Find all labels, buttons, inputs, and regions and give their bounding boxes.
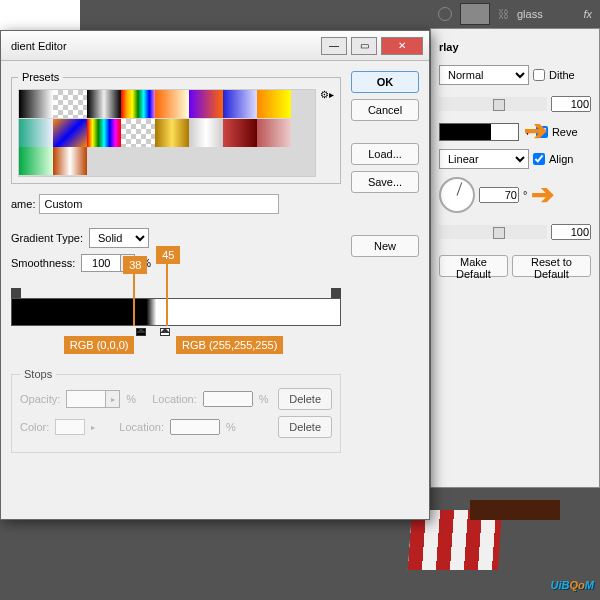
stops-group: Stops Opacity: ▸ % Location: % Delete Co… <box>11 368 341 453</box>
scale-slider[interactable] <box>439 225 547 239</box>
cancel-button[interactable]: Cancel <box>351 99 419 121</box>
layer-thumbnail[interactable] <box>460 3 490 25</box>
preset-swatch[interactable] <box>53 90 87 118</box>
ok-button[interactable]: OK <box>351 71 419 93</box>
presets-group: Presets ⚙▸ <box>11 71 341 184</box>
close-button[interactable]: ✕ <box>381 37 423 55</box>
preset-swatch[interactable] <box>19 90 53 118</box>
opacity-slider[interactable] <box>439 97 547 111</box>
name-label: ame: <box>11 198 35 210</box>
presets-list <box>18 89 316 177</box>
preset-swatch[interactable] <box>223 90 257 118</box>
panel-title: rlay <box>439 41 591 53</box>
color-stop-black[interactable] <box>136 328 146 340</box>
preset-swatch[interactable] <box>155 90 189 118</box>
preset-swatch[interactable] <box>19 119 53 147</box>
preset-swatch[interactable] <box>189 90 223 118</box>
new-button[interactable]: New <box>351 235 419 257</box>
presets-label: Presets <box>18 71 63 83</box>
preset-swatch[interactable] <box>19 147 53 175</box>
color-location-input <box>170 419 220 435</box>
annotation-arrow-icon: ➔ <box>524 117 547 145</box>
style-select[interactable]: Linear <box>439 149 529 169</box>
gradient-editor-dialog: dient Editor — ▭ ✕ Presets ⚙▸ ame: Gradi… <box>0 30 430 520</box>
annotation-arrow-icon: ➔ <box>531 181 554 209</box>
maximize-button[interactable]: ▭ <box>351 37 377 55</box>
preset-swatch[interactable] <box>257 90 291 118</box>
dither-label: Dithe <box>549 69 575 81</box>
preset-swatch[interactable] <box>257 119 291 147</box>
delete-opacity-stop-button: Delete <box>278 388 332 410</box>
layer-name[interactable]: glass <box>517 8 583 20</box>
color-swatch <box>55 419 85 435</box>
align-label: Align <box>549 153 573 165</box>
scale-input[interactable] <box>551 224 591 240</box>
name-input[interactable] <box>39 194 279 214</box>
background-artwork <box>470 500 560 520</box>
opacity-stop[interactable] <box>11 288 21 298</box>
angle-input[interactable] <box>479 187 519 203</box>
dither-checkbox[interactable] <box>533 69 545 81</box>
preset-swatch[interactable] <box>155 119 189 147</box>
blend-mode-select[interactable]: Normal <box>439 65 529 85</box>
preset-swatch[interactable] <box>53 147 87 175</box>
preset-swatch[interactable] <box>121 90 155 118</box>
delete-color-stop-button: Delete <box>278 416 332 438</box>
location-label: Location: <box>152 393 197 405</box>
angle-dial[interactable] <box>439 177 475 213</box>
visibility-icon[interactable] <box>438 7 452 21</box>
dialog-title: dient Editor <box>7 40 317 52</box>
link-icon[interactable]: ⛓ <box>498 8 509 20</box>
preset-swatch[interactable] <box>223 119 257 147</box>
gradient-type-label: Gradient Type: <box>11 232 83 244</box>
layers-panel: ⛓ glass fx <box>430 0 600 28</box>
presets-menu-icon[interactable]: ⚙▸ <box>320 89 334 100</box>
opacity-input[interactable] <box>551 96 591 112</box>
color-stop-white[interactable] <box>160 328 170 340</box>
location-label: Location: <box>119 421 164 433</box>
opacity-stop-input <box>66 390 106 408</box>
annotation-38: 38 <box>123 256 147 274</box>
smoothness-input[interactable] <box>81 254 121 272</box>
color-stop-label: Color: <box>20 421 49 433</box>
reverse-label: Reve <box>552 126 578 138</box>
stops-title: Stops <box>20 368 56 380</box>
annotation-rgb-white: RGB (255,255,255) <box>176 336 283 354</box>
opacity-stop-label: Opacity: <box>20 393 60 405</box>
preset-swatch[interactable] <box>121 119 155 147</box>
annotation-45: 45 <box>156 246 180 264</box>
preset-swatch[interactable] <box>189 119 223 147</box>
reset-default-button[interactable]: Reset to Default <box>512 255 591 277</box>
make-default-button[interactable]: Make Default <box>439 255 508 277</box>
minimize-button[interactable]: — <box>321 37 347 55</box>
gradient-bar[interactable] <box>11 298 341 326</box>
align-checkbox[interactable] <box>533 153 545 165</box>
preset-swatch[interactable] <box>87 119 121 147</box>
load-button[interactable]: Load... <box>351 143 419 165</box>
fx-badge[interactable]: fx <box>583 8 592 20</box>
smoothness-label: Smoothness: <box>11 257 75 269</box>
dialog-titlebar[interactable]: dient Editor — ▭ ✕ <box>1 31 429 61</box>
save-button[interactable]: Save... <box>351 171 419 193</box>
gradient-preview[interactable] <box>439 123 519 141</box>
angle-unit: ° <box>523 189 527 201</box>
preset-swatch[interactable] <box>87 90 121 118</box>
opacity-stop[interactable] <box>331 288 341 298</box>
annotation-rgb-black: RGB (0,0,0) <box>64 336 135 354</box>
opacity-location-input <box>203 391 253 407</box>
gradient-ramp: 38 45 RGB (0,0,0) RGB (255,255,255) <box>11 288 341 340</box>
gradient-overlay-panel: rlay Normal Dithe ▼ Reve ➔ Linear Align … <box>430 28 600 488</box>
gradient-type-select[interactable]: Solid <box>89 228 149 248</box>
watermark: UiBQoM <box>551 573 594 594</box>
preset-swatch[interactable] <box>53 119 87 147</box>
